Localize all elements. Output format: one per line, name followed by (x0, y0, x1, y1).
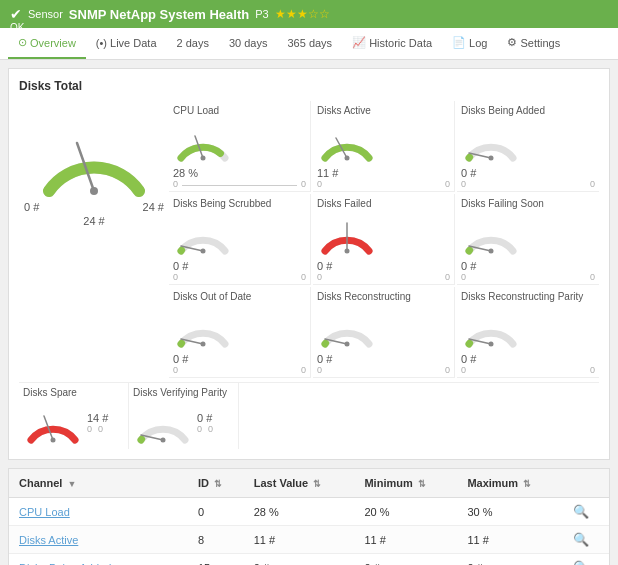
gauges-section-title: Disks Total (19, 79, 599, 93)
gauge-cpu-load: CPU Load 28 % 00 (169, 101, 311, 192)
table-row: Disks Active 8 11 # 11 # 11 # 🔍 (9, 526, 609, 554)
nav-item-live-data[interactable]: (•) Live Data (86, 29, 167, 59)
nav-item-log[interactable]: 📄 Log (442, 28, 497, 59)
disks-out-of-date-gauge-svg (173, 304, 233, 349)
disks-reconstructing-gauge-svg (317, 304, 377, 349)
main-gauge-labels: 0 # 24 # (19, 201, 169, 213)
cell-maximum: 0 # (457, 554, 563, 566)
nav-item-settings[interactable]: ⚙ Settings (497, 28, 570, 59)
gauge-disks-out-of-date: Disks Out of Date 0 # 00 (169, 287, 311, 378)
sort-maximum-icon: ⇅ (523, 479, 531, 489)
svg-point-13 (489, 249, 494, 254)
svg-point-7 (489, 156, 494, 161)
disks-reconstructing-parity-gauge-svg (461, 304, 521, 349)
data-table-section: Channel ▼ ID ⇅ Last Value ⇅ Minimum ⇅ Ma… (8, 468, 610, 565)
nav-item-historic[interactable]: 📈 Historic Data (342, 28, 442, 59)
col-actions (563, 469, 609, 498)
cpu-load-gauge-svg (173, 118, 233, 163)
gauge-disks-spare: Disks Spare 14 # 00 (19, 383, 129, 449)
cell-maximum: 30 % (457, 498, 563, 526)
disks-failed-gauge-svg (317, 211, 377, 256)
live-data-icon: (•) (96, 37, 107, 49)
gauge-disks-failed: Disks Failed 0 # 00 (313, 194, 455, 285)
svg-point-5 (345, 156, 350, 161)
cell-last-value: 0 # (244, 554, 355, 566)
channels-table: Channel ▼ ID ⇅ Last Value ⇅ Minimum ⇅ Ma… (9, 469, 609, 565)
zoom-icon[interactable]: 🔍 (573, 560, 589, 565)
status-check-icon: ✔ (10, 6, 22, 22)
cell-minimum: 0 # (354, 554, 457, 566)
cell-channel[interactable]: Disks Being Added (9, 554, 188, 566)
zoom-icon[interactable]: 🔍 (573, 504, 589, 519)
table-row: CPU Load 0 28 % 20 % 30 % 🔍 (9, 498, 609, 526)
main-gauge-max: 24 # (143, 201, 164, 213)
disks-spare-gauge-svg (23, 400, 83, 445)
gauges-panel: Disks Total 0 # 24 # 24 # (8, 68, 610, 460)
svg-point-17 (345, 342, 350, 347)
main-gauge-svg (29, 101, 159, 201)
nav-item-365days[interactable]: 365 days (277, 29, 342, 59)
svg-point-15 (201, 342, 206, 347)
gauge-disks-reconstructing-parity: Disks Reconstructing Parity 0 # 00 (457, 287, 599, 378)
sort-id-icon: ⇅ (214, 479, 222, 489)
page-title: SNMP NetApp System Health (69, 7, 249, 22)
gauge-disks-failing-soon: Disks Failing Soon 0 # 00 (457, 194, 599, 285)
sort-last-value-icon: ⇅ (313, 479, 321, 489)
sort-minimum-icon: ⇅ (418, 479, 426, 489)
main-gauge-min: 0 # (24, 201, 39, 213)
svg-point-19 (489, 342, 494, 347)
main-gauge-value-display: 24 # (83, 215, 104, 227)
cell-minimum: 11 # (354, 526, 457, 554)
cell-id: 0 (188, 498, 244, 526)
svg-point-9 (201, 249, 206, 254)
cell-action[interactable]: 🔍 (563, 498, 609, 526)
cell-action[interactable]: 🔍 (563, 526, 609, 554)
disks-failing-soon-gauge-svg (461, 211, 521, 256)
gauge-disks-reconstructing: Disks Reconstructing 0 # 00 (313, 287, 455, 378)
main-disk-gauge: 0 # 24 # 24 # (19, 101, 169, 378)
cell-id: 15 (188, 554, 244, 566)
cell-channel[interactable]: CPU Load (9, 498, 188, 526)
sensor-label: Sensor (28, 8, 63, 20)
cell-action[interactable]: 🔍 (563, 554, 609, 566)
status-ok: OK (10, 22, 24, 33)
gauge-disks-being-added: Disks Being Added 0 # 00 (457, 101, 599, 192)
cell-id: 8 (188, 526, 244, 554)
gauge-disks-active: Disks Active 11 # 00 (313, 101, 455, 192)
small-gauges-grid: CPU Load 28 % 00 Disks Active (169, 101, 599, 378)
col-last-value[interactable]: Last Value ⇅ (244, 469, 355, 498)
col-channel[interactable]: Channel ▼ (9, 469, 188, 498)
nav-item-2days[interactable]: 2 days (167, 29, 219, 59)
sort-channel-icon: ▼ (67, 479, 76, 489)
settings-icon: ⚙ (507, 36, 517, 49)
navigation-bar: ⊙ Overview (•) Live Data 2 days 30 days … (0, 28, 618, 60)
cell-minimum: 20 % (354, 498, 457, 526)
nav-item-30days[interactable]: 30 days (219, 29, 278, 59)
gauge-disks-verifying-parity: Disks Verifying Parity 0 # 00 (129, 383, 239, 449)
svg-point-23 (161, 438, 166, 443)
cell-maximum: 11 # (457, 526, 563, 554)
disks-active-gauge-svg (317, 118, 377, 163)
table-header-row: Channel ▼ ID ⇅ Last Value ⇅ Minimum ⇅ Ma… (9, 469, 609, 498)
page-header: ✔ Sensor SNMP NetApp System Health P3 ★★… (0, 0, 618, 28)
svg-point-1 (90, 187, 98, 195)
col-minimum[interactable]: Minimum ⇅ (354, 469, 457, 498)
svg-point-21 (51, 438, 56, 443)
bottom-gauges-row: Disks Spare 14 # 00 Disks Verifying Pari… (19, 382, 599, 449)
cell-channel[interactable]: Disks Active (9, 526, 188, 554)
col-id[interactable]: ID ⇅ (188, 469, 244, 498)
svg-point-11 (345, 249, 350, 254)
overview-icon: ⊙ (18, 36, 27, 49)
sensor-id: P3 (255, 8, 268, 20)
disks-being-added-gauge-svg (461, 118, 521, 163)
cell-last-value: 28 % (244, 498, 355, 526)
gauge-disks-being-scrubbed: Disks Being Scrubbed 0 # 00 (169, 194, 311, 285)
table-row: Disks Being Added 15 0 # 0 # 0 # 🔍 (9, 554, 609, 566)
zoom-icon[interactable]: 🔍 (573, 532, 589, 547)
star-rating: ★★★☆☆ (275, 7, 330, 21)
chart-icon: 📈 (352, 36, 366, 49)
disks-verifying-parity-gauge-svg (133, 400, 193, 445)
svg-point-3 (201, 156, 206, 161)
main-gauge-row: 0 # 24 # 24 # CPU Load 28 % 00 (19, 101, 599, 378)
col-maximum[interactable]: Maximum ⇅ (457, 469, 563, 498)
